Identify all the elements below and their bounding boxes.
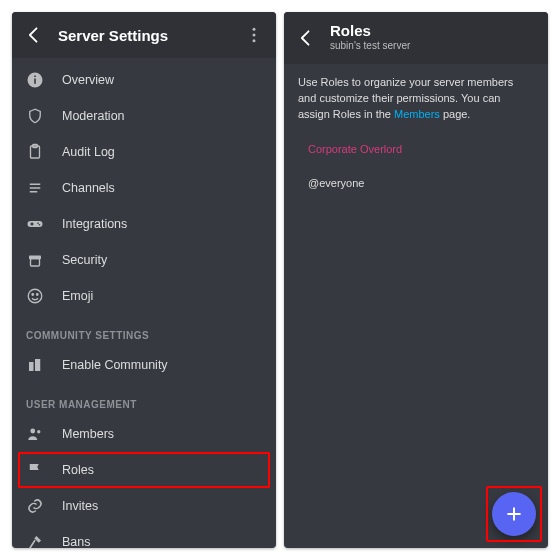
nav-label: Moderation <box>62 109 262 123</box>
svg-rect-4 <box>34 79 36 84</box>
nav-emoji[interactable]: Emoji <box>12 278 276 314</box>
list-icon <box>26 179 44 197</box>
nav-enable-community[interactable]: Enable Community <box>12 347 276 383</box>
roles-intro: Use Roles to organize your server member… <box>298 74 534 122</box>
svg-point-19 <box>30 429 35 434</box>
nav-label: Channels <box>62 181 262 195</box>
nav-moderation[interactable]: Moderation <box>12 98 276 134</box>
members-icon <box>26 425 44 443</box>
role-item-corporate-overlord[interactable]: Corporate Overlord <box>298 132 534 166</box>
svg-point-20 <box>37 430 40 433</box>
nav-label: Invites <box>62 499 262 513</box>
nav-roles[interactable]: Roles <box>18 452 270 488</box>
nav-label: Security <box>62 253 262 267</box>
more-icon[interactable] <box>244 25 264 45</box>
svg-point-15 <box>32 294 34 296</box>
svg-point-11 <box>39 224 41 226</box>
nav-label: Enable Community <box>62 358 262 372</box>
hammer-icon <box>26 533 44 548</box>
info-icon <box>26 71 44 89</box>
nav-label: Roles <box>62 463 262 477</box>
svg-rect-12 <box>31 259 40 267</box>
add-role-button[interactable] <box>492 492 536 536</box>
lock-icon <box>26 251 44 269</box>
invite-link-icon <box>26 497 44 515</box>
roles-panel: Roles subin's test server Use Roles to o… <box>284 12 548 548</box>
back-arrow-icon[interactable] <box>24 25 44 45</box>
svg-rect-18 <box>35 359 40 371</box>
svg-point-16 <box>37 294 39 296</box>
buildings-icon <box>26 356 44 374</box>
nav-bans[interactable]: Bans <box>12 524 276 548</box>
nav-invites[interactable]: Invites <box>12 488 276 524</box>
svg-point-0 <box>253 28 256 31</box>
nav-security[interactable]: Security <box>12 242 276 278</box>
svg-point-2 <box>253 39 256 42</box>
server-settings-list: Overview Moderation Audit Log Channels <box>12 58 276 548</box>
svg-rect-5 <box>34 76 36 78</box>
nav-label: Emoji <box>62 289 262 303</box>
clipboard-icon <box>26 143 44 161</box>
svg-point-1 <box>253 34 256 37</box>
nav-label: Bans <box>62 535 262 548</box>
roles-subtitle: subin's test server <box>330 39 410 53</box>
role-label: @everyone <box>308 177 364 189</box>
nav-integrations[interactable]: Integrations <box>12 206 276 242</box>
svg-rect-9 <box>31 223 33 226</box>
nav-members[interactable]: Members <box>12 416 276 452</box>
members-link[interactable]: Members <box>394 108 440 120</box>
gamepad-icon <box>26 215 44 233</box>
nav-overview[interactable]: Overview <box>12 62 276 98</box>
back-arrow-icon[interactable] <box>296 28 316 48</box>
svg-rect-13 <box>29 256 41 260</box>
roles-body: Use Roles to organize your server member… <box>284 64 548 548</box>
section-user-hdr: USER MANAGEMENT <box>12 383 276 416</box>
emoji-icon <box>26 287 44 305</box>
svg-point-10 <box>37 222 39 224</box>
svg-point-14 <box>28 289 42 303</box>
shield-icon <box>26 107 44 125</box>
roles-header: Roles subin's test server <box>284 12 548 64</box>
nav-label: Overview <box>62 73 262 87</box>
nav-label: Audit Log <box>62 145 262 159</box>
nav-channels[interactable]: Channels <box>12 170 276 206</box>
nav-label: Integrations <box>62 217 262 231</box>
roles-title: Roles <box>330 23 410 39</box>
nav-label: Members <box>62 427 262 441</box>
role-label: Corporate Overlord <box>308 143 402 155</box>
svg-rect-17 <box>29 362 34 371</box>
flag-icon <box>26 461 44 479</box>
server-settings-panel: Server Settings Overview Moderation <box>12 12 276 548</box>
server-settings-title: Server Settings <box>58 27 168 44</box>
server-settings-header: Server Settings <box>12 12 276 58</box>
role-item-everyone[interactable]: @everyone <box>298 166 534 200</box>
nav-audit-log[interactable]: Audit Log <box>12 134 276 170</box>
section-community-hdr: COMMUNITY SETTINGS <box>12 314 276 347</box>
